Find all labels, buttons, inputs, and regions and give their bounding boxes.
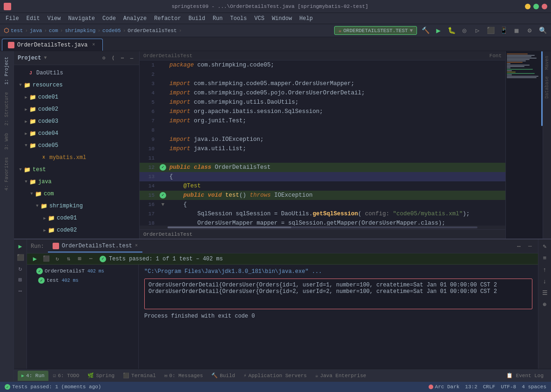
tree-item-code02-test[interactable]: ▶ 📁 code02 [14, 224, 139, 236]
menu-vcs[interactable]: VCS [251, 14, 269, 23]
grid-icon[interactable]: ▦ [512, 26, 521, 35]
tree-item-daoutils[interactable]: J DaoUtils [14, 67, 139, 79]
indent-settings[interactable]: 4 spaces [522, 384, 546, 390]
vtab-structure[interactable]: 2: Structure [2, 88, 11, 129]
sidebar-dots-icon[interactable]: ⋯ [119, 54, 126, 62]
tab-orderdetailstest[interactable]: OrderDetailsTest.java × [2, 39, 103, 51]
menu-tools[interactable]: Tools [227, 14, 251, 23]
run-tree-orderdetails[interactable]: ✓ OrderDetailsT 402 ms [27, 266, 138, 276]
sidebar-settings-icon[interactable]: ⚙ [100, 54, 108, 62]
tree-item-test[interactable]: ▼ 📁 test [14, 164, 139, 176]
run-config-dropdown[interactable]: ☕ ORDERDETAILSTEST.TEST ▼ [334, 26, 417, 35]
vtab-maven[interactable]: Maven [544, 53, 551, 73]
close-button[interactable] [542, 4, 547, 9]
tree-item-code02[interactable]: ▶ 📁 code02 [14, 103, 139, 115]
stop-icon[interactable]: ⬛ [486, 26, 495, 35]
run-more-button[interactable]: ⋯ [15, 286, 26, 296]
menu-file[interactable]: File [2, 14, 23, 23]
run-tab-orderdetailstest[interactable]: OrderDetailsTest.test × [48, 240, 142, 252]
menu-refactor[interactable]: Refactor [150, 14, 185, 23]
run-right-up[interactable]: ↑ [540, 265, 550, 275]
run-play-button[interactable]: ▶ [15, 241, 26, 252]
vtab-project[interactable]: 1: Project [2, 53, 11, 88]
sidebar-dropdown-icon[interactable]: ▼ [44, 55, 47, 60]
vtab-web[interactable]: 3: Web [2, 129, 11, 153]
tree-item-resources[interactable]: ▼ 📁 resources [14, 79, 139, 91]
breadcrumb-java[interactable]: java [30, 28, 42, 33]
run-tab-close[interactable]: × [135, 243, 138, 248]
run-toolbar-play[interactable]: ▶ [31, 255, 39, 263]
run-panel-minimize[interactable]: — [526, 242, 534, 251]
breadcrumb-test[interactable]: test [11, 28, 23, 33]
tree-item-code05[interactable]: ▼ 📁 code05 [14, 140, 139, 152]
menu-analyze[interactable]: Analyze [120, 14, 150, 23]
bottom-tab-appservers[interactable]: ⚡ Application Servers [240, 371, 310, 381]
breadcrumb-com[interactable]: com [49, 28, 58, 33]
bottom-tab-spring[interactable]: 🌿 Spring [84, 371, 118, 381]
menu-navigate[interactable]: Navigate [64, 14, 99, 23]
phone-icon[interactable]: 📱 [499, 26, 508, 35]
cursor-position[interactable]: 13:2 [465, 384, 477, 390]
run-tree-test[interactable]: ✓ test 402 ms [27, 276, 138, 285]
tree-item-code01[interactable]: ▶ 📁 code01 [14, 91, 139, 103]
menu-edit[interactable]: Edit [23, 14, 44, 23]
tree-item-com[interactable]: ▼ 📁 com [14, 188, 139, 200]
horizontal-scrollbar[interactable] [140, 226, 505, 229]
sidebar-collapse-icon[interactable]: — [128, 54, 135, 62]
bottom-event-log[interactable]: 📋 Event Log [503, 372, 547, 379]
line-ending[interactable]: CRLF [483, 384, 495, 390]
menu-view[interactable]: View [44, 14, 65, 23]
run-panel-options[interactable]: ⋯ [515, 242, 523, 251]
run-right-plus[interactable]: ⊕ [540, 299, 550, 310]
tree-item-java[interactable]: ▼ 📁 java [14, 176, 139, 188]
build-icon[interactable]: 🔨 [421, 26, 430, 35]
menu-run[interactable]: Run [209, 14, 227, 23]
run-toolbar-filter-2[interactable]: ⊞ [75, 255, 84, 263]
vtab-favorites[interactable]: 4: Favorites [2, 153, 11, 194]
tab-close-button[interactable]: × [90, 42, 97, 48]
run-toolbar-rerun-2[interactable]: ↻ [53, 255, 61, 263]
run-rerun-button[interactable]: ↻ [15, 264, 26, 274]
run-icon[interactable]: ▶ [434, 26, 443, 35]
coverage-icon[interactable]: ◎ [460, 26, 469, 35]
tree-item-mybatis-xml[interactable]: X mybatis.xml [14, 152, 139, 164]
run-right-list[interactable]: ☰ [540, 288, 550, 298]
menu-window[interactable]: Window [268, 14, 296, 23]
run-right-down[interactable]: ↓ [540, 276, 550, 286]
debug-icon[interactable]: 🐛 [447, 26, 456, 35]
bottom-tab-java-enterprise[interactable]: ☕ Java Enterprise [311, 371, 370, 381]
bottom-tab-terminal[interactable]: ⬛ Terminal [119, 371, 160, 381]
run-right-edit[interactable]: ✎ [540, 241, 550, 252]
bottom-tab-run[interactable]: ▶ 4: Run [18, 371, 48, 381]
breadcrumb-code05[interactable]: code05 [102, 28, 121, 33]
search-icon[interactable]: 🔍 [538, 26, 547, 35]
minimize-button[interactable] [525, 4, 531, 9]
menu-build[interactable]: Build [185, 14, 209, 23]
code-editor[interactable]: 1 package com.shrimpking.code05; 2 [140, 60, 505, 226]
bottom-tab-build[interactable]: 🔨 Build [208, 371, 239, 381]
tree-item-shrimpking[interactable]: ▼ 📁 shrimpking [14, 200, 139, 212]
run-toolbar-sort[interactable]: ⇅ [64, 255, 73, 263]
menu-help[interactable]: Help [296, 14, 316, 23]
run-right-filter[interactable]: ≡ [540, 253, 550, 263]
bottom-tab-messages[interactable]: ✉ 0: Messages [161, 371, 207, 381]
maximize-button[interactable] [533, 4, 539, 9]
code-editor-area[interactable]: OrderDetailsTest Font 1 package com.shri… [140, 51, 505, 239]
bottom-tab-todo[interactable]: ☑ 6: TODO [49, 371, 83, 381]
profile-icon[interactable]: ▷ [473, 26, 482, 35]
run-toolbar-stop-2[interactable]: ⬛ [42, 255, 50, 263]
menu-code[interactable]: Code [99, 14, 120, 23]
tree-item-code01-test[interactable]: ▶ 📁 code01 [14, 212, 139, 224]
fold-icon[interactable]: ▼ [161, 200, 165, 209]
tree-item-code04[interactable]: ▶ 📁 code04 [14, 127, 139, 140]
run-filter-button[interactable]: ⊞ [15, 275, 26, 285]
encoding[interactable]: UTF-8 [501, 384, 516, 390]
vtab-database[interactable]: Database [544, 73, 551, 101]
run-stop-button[interactable]: ⬛ [15, 252, 26, 263]
tree-item-code03[interactable]: ▶ 📁 code03 [14, 115, 139, 127]
breadcrumb-file[interactable]: OrderDetailsTest [128, 28, 177, 33]
breadcrumb-shrimpking[interactable]: shrimpking [65, 28, 95, 33]
settings-icon[interactable]: ⚙ [525, 26, 534, 35]
theme-selector[interactable]: Arc Dark [429, 384, 460, 390]
sidebar-expand-icon[interactable]: ⟨ [109, 54, 117, 62]
